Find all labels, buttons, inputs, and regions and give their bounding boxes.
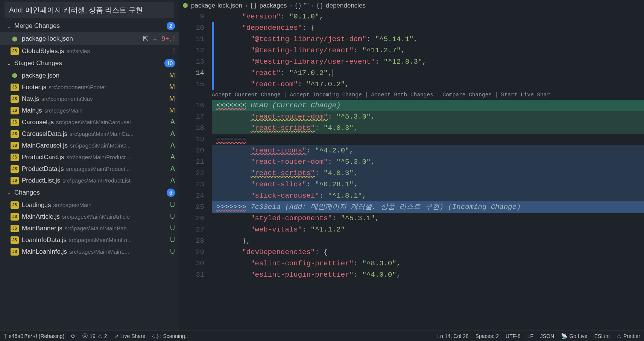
code-line[interactable]: "react-dom": "^17.0.2", — [212, 79, 644, 90]
code-line[interactable]: }, — [212, 235, 644, 247]
file-status: A — [170, 118, 175, 126]
file-path: src\pages\Main\MainLo... — [69, 237, 132, 243]
gutter-marker — [212, 79, 214, 90]
js-icon: JS — [11, 47, 19, 55]
code-line[interactable]: "@testing-library/user-event": "^12.8.3"… — [212, 56, 644, 67]
eslint-status[interactable]: ESLint — [594, 333, 610, 339]
brace-icon: { } — [251, 2, 257, 9]
file-row[interactable]: JS ProductData.js src\pages\Main\Product… — [0, 163, 179, 175]
section-label: Staged Changes — [14, 59, 62, 67]
breadcrumbs[interactable]: ⬢ package-lock.json › { } packages › { }… — [179, 0, 644, 11]
indent-status[interactable]: Spaces: 2 — [475, 333, 499, 339]
problems-status[interactable]: ⓧ19 ⚠2 — [82, 333, 107, 339]
file-row[interactable]: JS Nav.js src\components\Nav M — [0, 93, 179, 105]
file-row[interactable]: JS CarouselData.js src\pages\Main\MainCa… — [0, 128, 179, 140]
code-line[interactable]: "@testing-library/jest-dom": "^5.14.1", — [212, 33, 644, 45]
live-share-icon: ↗ — [114, 333, 118, 339]
code-line[interactable]: "react": "^17.0.2", — [212, 67, 644, 79]
section-merge-changes[interactable]: ⌄ Merge Changes 2 — [0, 20, 179, 32]
gutter-marker — [212, 45, 214, 56]
js-icon: JS — [11, 177, 19, 184]
file-row[interactable]: JS Loading.js src\pages\Main U — [0, 199, 179, 211]
file-row[interactable]: JS ProductList.js src\pages\Main\Product… — [0, 175, 179, 186]
file-name: MainBanner.js — [22, 225, 62, 232]
code-line[interactable]: >>>>>>> 7c33e1a (Add: 메인페이지 캐러셀, 상품 리스트 … — [212, 201, 644, 213]
stage-icon[interactable]: ＋ — [152, 34, 158, 43]
file-status: U — [170, 236, 175, 244]
file-row[interactable]: ⬢ package-lock.json ⇱＋ 9+, ! — [0, 32, 179, 45]
accept-both-changes[interactable]: Accept Both Changes — [371, 89, 433, 100]
code-line[interactable]: "@testing-library/react": "^11.2.7", — [212, 45, 644, 56]
file-name: ProductCard.js — [22, 154, 64, 161]
code-line[interactable]: "react-router-dom": "^5.3.0", — [212, 111, 644, 122]
section-changes[interactable]: ⌄ Changes 6 — [0, 186, 179, 199]
start-live-share[interactable]: Start Live Shar — [501, 89, 550, 100]
breadcrumb-seg[interactable]: "" — [304, 2, 308, 9]
file-row[interactable]: JS MainArticle.js src\pages\Main\MainArt… — [0, 211, 179, 222]
code-line[interactable]: "eslint-config-prettier": "^8.3.0", — [212, 258, 644, 269]
file-row[interactable]: JS Footer.js src\components\Footer M — [0, 81, 179, 93]
file-row[interactable]: JS Main.js src\pages\Main M — [0, 105, 179, 116]
code-line[interactable]: "react-router-dom": "^5.3.0", — [212, 156, 644, 167]
live-share-button[interactable]: ↗ Live Share — [114, 333, 146, 339]
code-line[interactable]: "react-scripts": "4.0.3", — [212, 122, 644, 134]
breadcrumb-seg[interactable]: dependencies — [326, 2, 366, 9]
file-status: M — [169, 95, 175, 103]
file-row[interactable]: JS Carousel.js src\pages\Main\MainCarous… — [0, 116, 179, 128]
file-status: A — [170, 153, 175, 161]
accept-incoming-change[interactable]: Accept Incoming Change — [290, 89, 361, 100]
file-name: MainArticle.js — [22, 213, 60, 221]
breadcrumb-file[interactable]: package-lock.json — [191, 2, 242, 9]
code-line[interactable]: "version": "0.1.0", — [212, 11, 644, 22]
file-status: U — [170, 213, 175, 221]
file-name: Main.js — [22, 107, 42, 114]
file-path: src\pages\Main\MainCarousel — [56, 119, 131, 125]
compare-changes[interactable]: Compare Changes — [443, 89, 492, 100]
file-name: package.json — [22, 72, 59, 79]
file-row[interactable]: JS GlobalStyles.js src\styles ! — [0, 45, 179, 57]
cursor-position[interactable]: Ln 14, Col 28 — [437, 333, 468, 339]
prettier-status[interactable]: ⚠ Prettier — [617, 333, 640, 339]
commit-message-input[interactable]: Add: 메인페이지 캐러셀, 상품 리스트 구현 — [5, 2, 174, 18]
encoding-status[interactable]: UTF-8 — [506, 333, 521, 339]
file-row[interactable]: JS MainLoanInfo.js src\pages\Main\MainL.… — [0, 246, 179, 257]
file-row[interactable]: ⬢ package.json M — [0, 70, 179, 81]
file-row[interactable]: JS MainCarousel.js src\pages\Main\MainC.… — [0, 140, 179, 151]
code-line[interactable]: "dependencies": { — [212, 22, 644, 33]
eol-status[interactable]: LF — [527, 333, 533, 339]
js-icon: JS — [11, 95, 19, 103]
sync-button[interactable]: ⟳ — [71, 333, 76, 339]
code-line[interactable]: "eslint-plugin-prettier": "^4.0.0", — [212, 269, 644, 280]
code-line[interactable]: <<<<<<< HEAD (Current Change) — [212, 100, 644, 111]
file-name: ProductData.js — [22, 165, 64, 173]
file-path: src\pages\Main — [44, 107, 83, 114]
file-row[interactable]: JS MainBanner.js src\pages\Main\MainBan.… — [0, 222, 179, 234]
code-line[interactable]: ======= — [212, 134, 644, 145]
file-row[interactable]: JS ProductCard.js src\pages\Main\Product… — [0, 151, 179, 163]
file-name: CarouselData.js — [22, 130, 67, 138]
breadcrumb-seg[interactable]: packages — [260, 2, 287, 9]
file-path: src\pages\Main\Product... — [66, 166, 130, 172]
code-line[interactable]: "devDependencies": { — [212, 247, 644, 258]
code-line[interactable]: "react-slick": "^0.28.1", — [212, 179, 644, 190]
code-line[interactable]: "web-vitals": "^1.1.2" — [212, 224, 644, 235]
code-line[interactable]: "slick-carousel": "^1.8.1", — [212, 190, 644, 201]
file-row[interactable]: JS LoanInfoData.js src\pages\Main\MainLo… — [0, 234, 179, 246]
language-status[interactable]: JSON — [540, 333, 554, 339]
code-line[interactable]: "react-scripts": "4.0.3", — [212, 167, 644, 179]
file-path: src\pages\Main\MainL... — [69, 248, 129, 255]
scm-sidebar: Add: 메인페이지 캐러셀, 상품 리스트 구현 ⌄ Merge Change… — [0, 0, 179, 330]
js-icon: JS — [11, 201, 19, 209]
open-file-icon[interactable]: ⇱ — [143, 35, 149, 43]
code-editor[interactable]: 9101112131415161718192021222324252627282… — [179, 11, 644, 330]
section-staged-changes[interactable]: ⌄ Staged Changes 10 — [0, 57, 179, 70]
code-line[interactable]: "react-icons": "^4.2.0", — [212, 145, 644, 156]
accept-current-change[interactable]: Accept Current Change — [212, 89, 281, 100]
code-line[interactable]: "styled-components": "^5.3.1", — [212, 213, 644, 224]
file-status: M — [169, 83, 175, 91]
file-status: A — [170, 165, 175, 173]
chevron-right-icon: › — [311, 2, 314, 9]
branch-status[interactable]: ᛘ e46a0f7e*+! (Rebasing) — [4, 333, 64, 339]
gutter-marker — [212, 22, 214, 33]
go-live-button[interactable]: 📡 Go Live — [561, 333, 587, 339]
